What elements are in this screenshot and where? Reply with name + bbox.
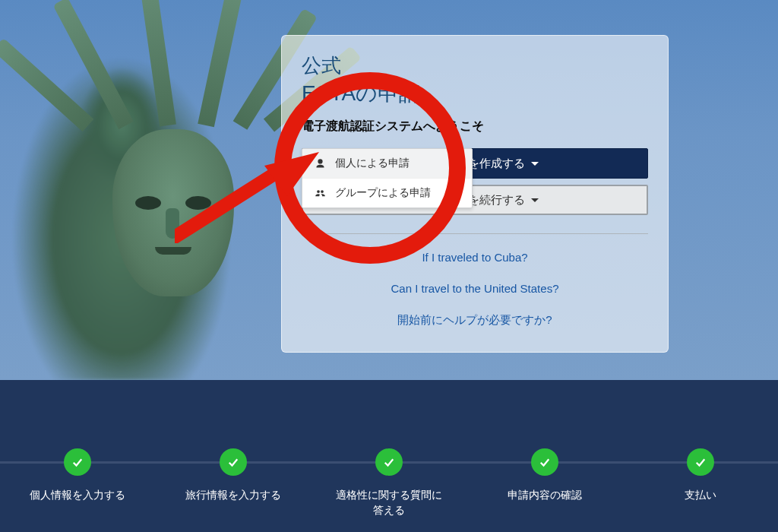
link-help-before-start[interactable]: 開始前にヘルプが必要ですか? [302, 309, 648, 332]
user-icon [315, 158, 326, 169]
card-actions: 新規に申請を作成する 既存の申請を続行する 個人による申請 [302, 148, 648, 215]
link-cuba[interactable]: If I traveled to Cuba? [302, 246, 648, 268]
hero-section: 公式 ESTAの申請 電子渡航認証システムへようこそ 新規に申請を作成する 既存… [0, 0, 778, 380]
step-4: 申請内容の確認 [466, 448, 622, 503]
step-label: 申請内容の確認 [466, 488, 622, 503]
card-title: ESTAの申請 [302, 79, 648, 108]
step-label: 個人情報を入力する [0, 488, 156, 503]
checkmark-icon [64, 448, 91, 476]
step-label: 旅行情報を入力する [156, 488, 312, 503]
card-subtitle: 電子渡航認証システムへようこそ [302, 119, 648, 135]
step-label: 適格性に関する質問に 答える [312, 488, 467, 518]
dropdown-item-group[interactable]: グループによる申請 [302, 178, 472, 207]
dropdown-item-label: 個人による申請 [335, 157, 410, 170]
checkmark-icon [531, 448, 558, 476]
dropdown-item-individual[interactable]: 個人による申請 [302, 149, 472, 178]
divider [302, 233, 648, 234]
card-title-prefix: 公式 [302, 52, 648, 79]
caret-down-icon [531, 162, 539, 166]
group-icon [315, 188, 326, 199]
step-label: 支払い [622, 488, 778, 503]
steps-band: 個人情報を入力する 旅行情報を入力する 適格性に関する質問に 答える 申請内容の… [0, 380, 778, 532]
link-travel-us[interactable]: Can I travel to the United States? [302, 277, 648, 299]
checkmark-icon [220, 448, 247, 476]
checkmark-icon [375, 448, 403, 476]
step-2: 旅行情報を入力する [156, 448, 312, 503]
steps: 個人情報を入力する 旅行情報を入力する 適格性に関する質問に 答える 申請内容の… [0, 448, 778, 518]
statue-face [112, 129, 234, 296]
application-card: 公式 ESTAの申請 電子渡航認証システムへようこそ 新規に申請を作成する 既存… [281, 35, 669, 353]
step-5: 支払い [622, 448, 778, 503]
caret-down-icon [531, 198, 539, 202]
checkmark-icon [687, 448, 714, 476]
statue-crown [72, 0, 277, 125]
step-1: 個人情報を入力する [0, 448, 156, 503]
create-application-dropdown: 個人による申請 グループによる申請 [302, 148, 473, 208]
dropdown-item-label: グループによる申請 [335, 186, 431, 200]
step-3: 適格性に関する質問に 答える [312, 448, 467, 518]
